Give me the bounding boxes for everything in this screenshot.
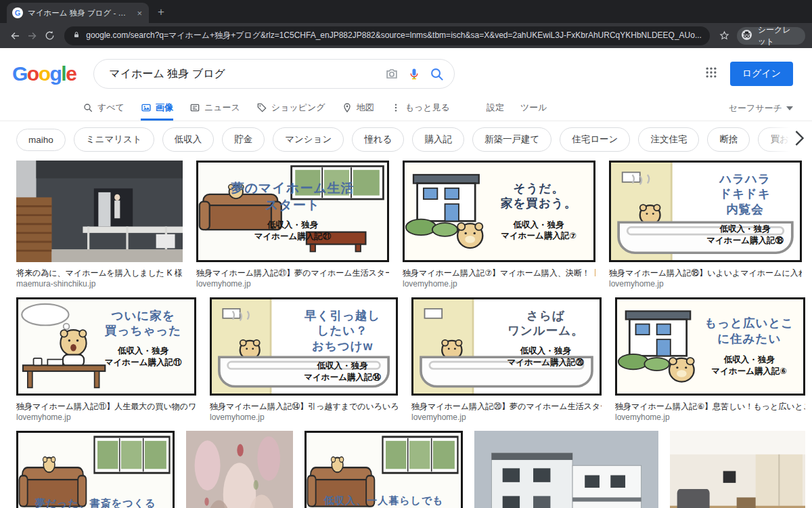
google-logo[interactable]: Google	[12, 64, 76, 84]
thumbnail-text: そうだ。家を買おう。低収入・独身マイホーム購入記⑦	[488, 163, 590, 260]
result-source[interactable]: lovemyhome.jp	[196, 278, 389, 289]
mic-icon[interactable]	[407, 66, 421, 81]
nav-tab-shopping[interactable]: ショッピング	[256, 96, 325, 121]
thumbnail-subtitle: 低収入・独身マイホーム購入記⑥	[711, 354, 787, 377]
apps-grid-icon[interactable]	[704, 66, 718, 82]
search-header: Google ログイン	[0, 48, 812, 96]
result-source[interactable]: lovemyhome.jp	[403, 278, 595, 289]
result-title[interactable]: 将来の為に、マイホームを購入しました K 様 | 延岡...	[16, 268, 183, 278]
thumbnail-heading: ハラハラドキドキ内覧会	[719, 171, 771, 217]
related-chip[interactable]: 断捨	[707, 127, 750, 152]
image-result: ハラハラドキドキ内覧会低収入・独身マイホーム購入記⑱独身マイホーム購入記⑱】いよ…	[609, 161, 802, 289]
result-thumbnail[interactable]: もっと広いとこに住みたい低収入・独身マイホーム購入記⑥	[615, 297, 805, 396]
result-caption: 将来の為に、マイホームを購入しました K 様 | 延岡...maemura-sh…	[16, 268, 183, 289]
nav-tab-images[interactable]: 画像	[141, 96, 173, 121]
nav-tab-tools[interactable]: ツール	[520, 96, 547, 121]
nav-tab-news[interactable]: ニュース	[189, 96, 240, 121]
shopping-icon	[256, 102, 267, 113]
chips-scroll-right[interactable]	[763, 121, 812, 158]
bookmark-star-icon[interactable]	[717, 26, 733, 45]
result-title[interactable]: 独身マイホーム購入記㉑】夢のマイホーム生活スタート！【...	[196, 268, 389, 278]
google-favicon-icon: G	[12, 7, 23, 18]
result-title[interactable]: 独身マイホーム購入記⑪】人生最大の買い物のワクワク【...	[16, 401, 196, 412]
thumbnail-text: 夢だった、書斎をつくる低収入・独身マイホーム購入記㉓	[18, 433, 173, 508]
new-tab-button[interactable]: +	[152, 3, 171, 21]
result-source[interactable]: lovemyhome.jp	[615, 412, 805, 423]
browser-toolbar: google.com/search?q=マイホーム+独身+ブログ&rlz=1C5…	[0, 23, 812, 48]
tab-title: マイホーム 独身 ブログ - Google	[28, 8, 131, 18]
related-chip[interactable]: マンション	[273, 127, 344, 152]
result-title[interactable]: 独身マイホーム購入記⑱】いよいよマイホームに入れる【内...	[609, 268, 802, 278]
tab-close-icon[interactable]: ×	[135, 8, 143, 18]
result-thumbnail[interactable]: 夢のマイホーム生活スタート低収入・独身マイホーム購入記㉑	[196, 161, 389, 262]
thumbnail-heading: そうだ。家を買おう。	[501, 181, 577, 211]
camera-icon[interactable]	[384, 66, 399, 81]
result-source[interactable]: lovemyhome.jp	[210, 412, 398, 423]
result-thumbnail[interactable]: そうだ。家を買おう。低収入・独身マイホーム購入記⑦	[403, 161, 595, 262]
related-chip[interactable]: 低収入	[162, 127, 215, 152]
thumbnail-text: 夢のマイホーム生活スタート低収入・独身マイホーム購入記㉑	[198, 163, 387, 260]
nav-tab-all[interactable]: すべて	[83, 96, 125, 121]
related-chip[interactable]: maiho	[16, 129, 66, 151]
back-icon[interactable]	[7, 26, 23, 45]
result-source[interactable]: maemura-shinchiku.jp	[16, 278, 183, 289]
result-thumbnail[interactable]: 早く引っ越ししたい？おちつけw低収入・独身マイホーム購入記⑭	[210, 297, 398, 396]
search-input[interactable]	[108, 67, 376, 81]
google-logo-letter: g	[50, 62, 62, 85]
result-caption: 独身マイホーム購入記⑥】息苦しい！もっと広いところに...lovemyhome.…	[615, 401, 805, 423]
thumbnail-subtitle: 低収入・独身マイホーム購入記⑦	[501, 219, 577, 242]
browser-tab[interactable]: G マイホーム 独身 ブログ - Google ×	[7, 3, 149, 23]
result-thumbnail[interactable]: ついに家を買っちゃった低収入・独身マイホーム購入記⑪	[16, 297, 196, 396]
result-thumbnail[interactable]: 低収入、一人暮らしでもお金に困らない低収入・独身	[304, 431, 463, 508]
url-text: google.com/search?q=マイホーム+独身+ブログ&rlz=1C5…	[86, 30, 702, 41]
results-grid: 将来の為に、マイホームを購入しました K 様 | 延岡...maemura-sh…	[0, 158, 812, 508]
thumbnail-text: 低収入、一人暮らしでもお金に困らない低収入・独身	[307, 433, 461, 508]
result-thumbnail[interactable]	[670, 431, 805, 508]
result-title[interactable]: 独身マイホーム購入記⑭】引っ越すまでのいろいろなソワ...	[210, 401, 398, 412]
reload-icon[interactable]	[42, 26, 58, 45]
login-button[interactable]: ログイン	[730, 62, 793, 86]
related-chip[interactable]: 購入記	[412, 127, 464, 152]
result-thumbnail[interactable]	[474, 431, 658, 508]
related-chip[interactable]: 新築一戸建て	[472, 127, 551, 152]
thumbnail-heading: 夢のマイホーム生活スタート	[231, 180, 354, 213]
header-right: ログイン	[704, 62, 793, 86]
nav-tab-label: 地図	[357, 102, 374, 114]
search-icon[interactable]	[429, 66, 445, 82]
incognito-icon	[740, 28, 753, 43]
related-chip[interactable]: 憧れる	[352, 127, 404, 152]
thumbnail-text: もっと広いとこに住みたい低収入・独身マイホーム購入記⑥	[699, 299, 800, 394]
url-bar[interactable]: google.com/search?q=マイホーム+独身+ブログ&rlz=1C5…	[64, 26, 710, 45]
result-source[interactable]: lovemyhome.jp	[16, 412, 196, 423]
result-thumbnail[interactable]: さらばワンルーム。低収入・独身マイホーム購入記⑳	[411, 297, 602, 396]
results-row: 夢だった、書斎をつくる低収入・独身マイホーム購入記㉓低収入、一人暮らしでもお金に…	[16, 431, 812, 508]
result-title[interactable]: 独身マイホーム購入記⑦】マイホーム購入、決断！【購入決...	[403, 268, 595, 278]
related-chip[interactable]: 注文住宅	[638, 127, 699, 152]
result-source[interactable]: lovemyhome.jp	[609, 278, 802, 289]
result-thumbnail[interactable]	[186, 431, 293, 508]
result-title[interactable]: 独身マイホーム購入記⑥】息苦しい！もっと広いところに...	[615, 401, 805, 412]
result-title[interactable]: 独身マイホーム購入記⑳】夢のマイホーム生活スタート！...	[411, 401, 602, 412]
related-chip[interactable]: ミニマリスト	[74, 127, 154, 152]
nav-tab-more[interactable]: もっと見る	[390, 96, 450, 121]
related-chips-row: maihoミニマリスト低収入貯金マンション憧れる購入記新築一戸建て住宅ローン注文…	[0, 121, 812, 158]
nav-tab-label: ショッピング	[271, 102, 325, 114]
thumbnail-subtitle: 低収入・独身マイホーム購入記⑱	[706, 224, 784, 247]
safesearch-label: セーフサーチ	[729, 102, 782, 114]
related-chip[interactable]: 住宅ローン	[560, 127, 630, 152]
result-thumbnail[interactable]	[16, 161, 183, 262]
search-nav-row: すべて画像ニュースショッピング地図もっと見る設定ツール セーフサーチ	[0, 96, 812, 121]
safesearch-dropdown[interactable]: セーフサーチ	[729, 96, 793, 121]
browser-window: G マイホーム 独身 ブログ - Google × + google.com/s…	[0, 0, 812, 48]
image-result	[670, 431, 805, 508]
forward-icon[interactable]	[24, 26, 41, 45]
result-thumbnail[interactable]: 夢だった、書斎をつくる低収入・独身マイホーム購入記㉓	[16, 431, 175, 508]
result-source[interactable]: lovemyhome.jp	[411, 412, 602, 423]
lock-icon	[72, 30, 81, 41]
result-thumbnail[interactable]: ハラハラドキドキ内覧会低収入・独身マイホーム購入記⑱	[609, 161, 802, 262]
nav-tab-label: もっと見る	[405, 102, 450, 114]
nav-tab-maps[interactable]: 地図	[342, 96, 374, 121]
nav-tab-settings[interactable]: 設定	[487, 96, 504, 121]
incognito-badge[interactable]: シークレット	[737, 27, 805, 45]
related-chip[interactable]: 貯金	[222, 127, 265, 152]
